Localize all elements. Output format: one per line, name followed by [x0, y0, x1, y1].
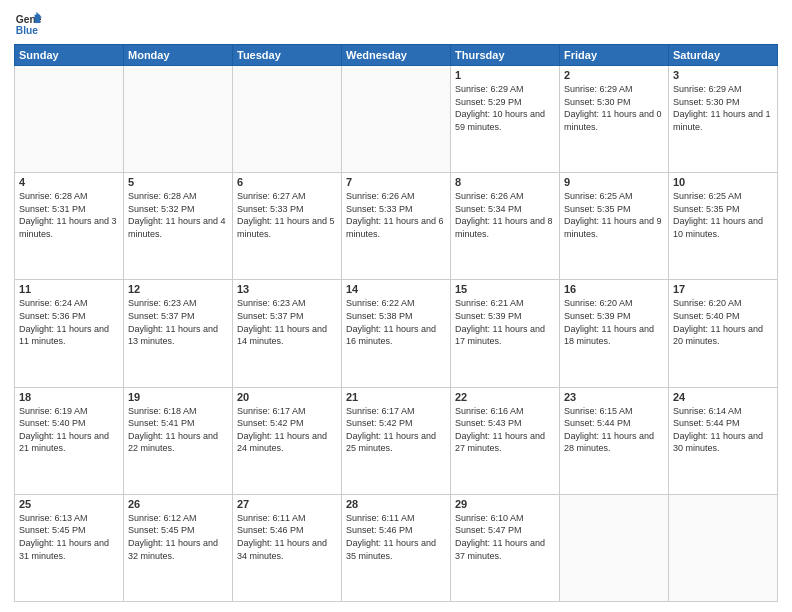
day-number: 2	[564, 69, 664, 81]
day-info: Sunrise: 6:26 AMSunset: 5:34 PMDaylight:…	[455, 190, 555, 240]
day-number: 25	[19, 498, 119, 510]
day-number: 28	[346, 498, 446, 510]
day-info: Sunrise: 6:26 AMSunset: 5:33 PMDaylight:…	[346, 190, 446, 240]
calendar-cell: 12Sunrise: 6:23 AMSunset: 5:37 PMDayligh…	[124, 280, 233, 387]
day-info: Sunrise: 6:11 AMSunset: 5:46 PMDaylight:…	[346, 512, 446, 562]
calendar-cell: 27Sunrise: 6:11 AMSunset: 5:46 PMDayligh…	[233, 494, 342, 601]
calendar-cell: 29Sunrise: 6:10 AMSunset: 5:47 PMDayligh…	[451, 494, 560, 601]
calendar-cell	[233, 66, 342, 173]
day-info: Sunrise: 6:15 AMSunset: 5:44 PMDaylight:…	[564, 405, 664, 455]
day-number: 29	[455, 498, 555, 510]
calendar-cell: 7Sunrise: 6:26 AMSunset: 5:33 PMDaylight…	[342, 173, 451, 280]
day-info: Sunrise: 6:11 AMSunset: 5:46 PMDaylight:…	[237, 512, 337, 562]
day-info: Sunrise: 6:21 AMSunset: 5:39 PMDaylight:…	[455, 297, 555, 347]
week-row-2: 4Sunrise: 6:28 AMSunset: 5:31 PMDaylight…	[15, 173, 778, 280]
week-row-1: 1Sunrise: 6:29 AMSunset: 5:29 PMDaylight…	[15, 66, 778, 173]
day-info: Sunrise: 6:17 AMSunset: 5:42 PMDaylight:…	[346, 405, 446, 455]
day-number: 1	[455, 69, 555, 81]
weekday-header-tuesday: Tuesday	[233, 45, 342, 66]
day-info: Sunrise: 6:25 AMSunset: 5:35 PMDaylight:…	[564, 190, 664, 240]
day-number: 3	[673, 69, 773, 81]
calendar-cell: 26Sunrise: 6:12 AMSunset: 5:45 PMDayligh…	[124, 494, 233, 601]
calendar-cell: 21Sunrise: 6:17 AMSunset: 5:42 PMDayligh…	[342, 387, 451, 494]
day-number: 20	[237, 391, 337, 403]
day-number: 23	[564, 391, 664, 403]
calendar-cell: 11Sunrise: 6:24 AMSunset: 5:36 PMDayligh…	[15, 280, 124, 387]
calendar-cell: 8Sunrise: 6:26 AMSunset: 5:34 PMDaylight…	[451, 173, 560, 280]
calendar-cell: 2Sunrise: 6:29 AMSunset: 5:30 PMDaylight…	[560, 66, 669, 173]
weekday-header-monday: Monday	[124, 45, 233, 66]
day-info: Sunrise: 6:17 AMSunset: 5:42 PMDaylight:…	[237, 405, 337, 455]
day-info: Sunrise: 6:29 AMSunset: 5:30 PMDaylight:…	[564, 83, 664, 133]
day-info: Sunrise: 6:28 AMSunset: 5:31 PMDaylight:…	[19, 190, 119, 240]
week-row-5: 25Sunrise: 6:13 AMSunset: 5:45 PMDayligh…	[15, 494, 778, 601]
day-number: 18	[19, 391, 119, 403]
page: General Blue SundayMondayTuesdayWednesda…	[0, 0, 792, 612]
calendar-table: SundayMondayTuesdayWednesdayThursdayFrid…	[14, 44, 778, 602]
svg-text:Blue: Blue	[16, 25, 39, 36]
day-number: 27	[237, 498, 337, 510]
calendar-cell: 19Sunrise: 6:18 AMSunset: 5:41 PMDayligh…	[124, 387, 233, 494]
calendar-cell: 25Sunrise: 6:13 AMSunset: 5:45 PMDayligh…	[15, 494, 124, 601]
weekday-header-wednesday: Wednesday	[342, 45, 451, 66]
calendar-cell: 4Sunrise: 6:28 AMSunset: 5:31 PMDaylight…	[15, 173, 124, 280]
day-number: 16	[564, 283, 664, 295]
calendar-cell: 24Sunrise: 6:14 AMSunset: 5:44 PMDayligh…	[669, 387, 778, 494]
calendar-cell	[560, 494, 669, 601]
calendar-cell: 15Sunrise: 6:21 AMSunset: 5:39 PMDayligh…	[451, 280, 560, 387]
calendar-cell: 20Sunrise: 6:17 AMSunset: 5:42 PMDayligh…	[233, 387, 342, 494]
calendar-cell	[15, 66, 124, 173]
day-info: Sunrise: 6:28 AMSunset: 5:32 PMDaylight:…	[128, 190, 228, 240]
day-number: 26	[128, 498, 228, 510]
day-number: 15	[455, 283, 555, 295]
day-number: 11	[19, 283, 119, 295]
calendar-cell: 28Sunrise: 6:11 AMSunset: 5:46 PMDayligh…	[342, 494, 451, 601]
day-info: Sunrise: 6:23 AMSunset: 5:37 PMDaylight:…	[237, 297, 337, 347]
calendar-cell: 13Sunrise: 6:23 AMSunset: 5:37 PMDayligh…	[233, 280, 342, 387]
day-info: Sunrise: 6:13 AMSunset: 5:45 PMDaylight:…	[19, 512, 119, 562]
day-number: 8	[455, 176, 555, 188]
day-info: Sunrise: 6:10 AMSunset: 5:47 PMDaylight:…	[455, 512, 555, 562]
week-row-4: 18Sunrise: 6:19 AMSunset: 5:40 PMDayligh…	[15, 387, 778, 494]
calendar-cell: 22Sunrise: 6:16 AMSunset: 5:43 PMDayligh…	[451, 387, 560, 494]
day-number: 10	[673, 176, 773, 188]
day-info: Sunrise: 6:25 AMSunset: 5:35 PMDaylight:…	[673, 190, 773, 240]
day-info: Sunrise: 6:18 AMSunset: 5:41 PMDaylight:…	[128, 405, 228, 455]
day-info: Sunrise: 6:24 AMSunset: 5:36 PMDaylight:…	[19, 297, 119, 347]
day-number: 13	[237, 283, 337, 295]
calendar-cell: 3Sunrise: 6:29 AMSunset: 5:30 PMDaylight…	[669, 66, 778, 173]
calendar-cell: 10Sunrise: 6:25 AMSunset: 5:35 PMDayligh…	[669, 173, 778, 280]
day-number: 21	[346, 391, 446, 403]
day-info: Sunrise: 6:29 AMSunset: 5:29 PMDaylight:…	[455, 83, 555, 133]
day-info: Sunrise: 6:22 AMSunset: 5:38 PMDaylight:…	[346, 297, 446, 347]
day-number: 9	[564, 176, 664, 188]
weekday-header-sunday: Sunday	[15, 45, 124, 66]
day-number: 5	[128, 176, 228, 188]
header: General Blue	[14, 10, 778, 38]
day-number: 17	[673, 283, 773, 295]
calendar-cell: 5Sunrise: 6:28 AMSunset: 5:32 PMDaylight…	[124, 173, 233, 280]
calendar-cell: 14Sunrise: 6:22 AMSunset: 5:38 PMDayligh…	[342, 280, 451, 387]
day-info: Sunrise: 6:19 AMSunset: 5:40 PMDaylight:…	[19, 405, 119, 455]
calendar-cell: 17Sunrise: 6:20 AMSunset: 5:40 PMDayligh…	[669, 280, 778, 387]
calendar-cell: 6Sunrise: 6:27 AMSunset: 5:33 PMDaylight…	[233, 173, 342, 280]
logo-icon: General Blue	[14, 10, 42, 38]
calendar-cell	[124, 66, 233, 173]
day-info: Sunrise: 6:16 AMSunset: 5:43 PMDaylight:…	[455, 405, 555, 455]
day-info: Sunrise: 6:29 AMSunset: 5:30 PMDaylight:…	[673, 83, 773, 133]
day-number: 7	[346, 176, 446, 188]
day-number: 12	[128, 283, 228, 295]
weekday-header-thursday: Thursday	[451, 45, 560, 66]
calendar-cell: 23Sunrise: 6:15 AMSunset: 5:44 PMDayligh…	[560, 387, 669, 494]
logo: General Blue	[14, 10, 46, 38]
calendar-cell: 1Sunrise: 6:29 AMSunset: 5:29 PMDaylight…	[451, 66, 560, 173]
day-number: 6	[237, 176, 337, 188]
day-number: 22	[455, 391, 555, 403]
calendar-cell	[342, 66, 451, 173]
day-info: Sunrise: 6:20 AMSunset: 5:40 PMDaylight:…	[673, 297, 773, 347]
week-row-3: 11Sunrise: 6:24 AMSunset: 5:36 PMDayligh…	[15, 280, 778, 387]
day-number: 14	[346, 283, 446, 295]
calendar-cell: 18Sunrise: 6:19 AMSunset: 5:40 PMDayligh…	[15, 387, 124, 494]
calendar-cell: 16Sunrise: 6:20 AMSunset: 5:39 PMDayligh…	[560, 280, 669, 387]
day-info: Sunrise: 6:14 AMSunset: 5:44 PMDaylight:…	[673, 405, 773, 455]
